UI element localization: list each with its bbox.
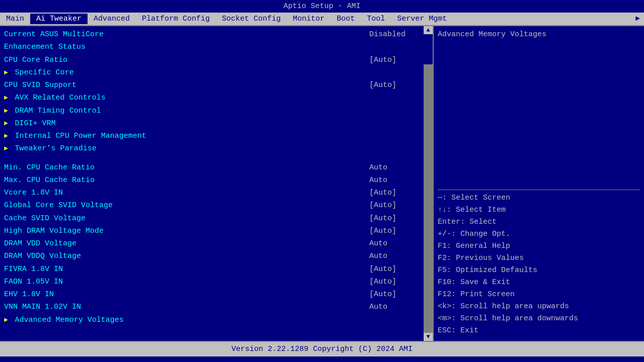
key-help-item: <m>: Scroll help area downwards	[438, 313, 640, 325]
key-desc: Exit	[460, 326, 478, 335]
row-value: Auto	[369, 162, 420, 173]
row-value: Disabled	[369, 29, 420, 40]
key-help-item: F5: Optimized Defaults	[438, 264, 640, 277]
settings-row: DRAM VDD VoltageAuto	[0, 237, 424, 250]
key-help-item: ↔: Select Screen	[438, 192, 640, 204]
row-value: Auto	[369, 301, 420, 313]
settings-row: VNN MAIN 1.02V INAuto	[0, 301, 424, 313]
row-label: ► Advanced Memory Voltages	[4, 314, 420, 326]
row-label: Global Core SVID Voltage	[4, 200, 369, 211]
row-label: FAON 1.05V IN	[4, 276, 369, 288]
settings-row[interactable]: ► Advanced Memory Voltages	[0, 314, 424, 326]
settings-row: CPU SVID Support[Auto]	[0, 79, 424, 92]
settings-row: CPU Core Ratio[Auto]	[0, 54, 424, 66]
menu-item-main[interactable]: Main	[0, 14, 30, 24]
scroll-thumb[interactable]	[424, 34, 433, 64]
key-desc: Select Item	[456, 206, 506, 214]
settings-row[interactable]: ► Internal CPU Power Management	[0, 130, 424, 142]
menu-bar: MainAi TweakerAdvancedPlatform ConfigSoc…	[0, 13, 644, 25]
row-value: Auto	[369, 174, 420, 186]
menu-item-monitor[interactable]: Monitor	[287, 14, 331, 24]
row-label: Current ASUS MultiCore	[4, 29, 369, 40]
key-desc: Change Opt.	[460, 230, 510, 238]
settings-row: High DRAM Voltage Mode[Auto]	[0, 225, 424, 237]
key-help-item: <k>: Scroll help area upwards	[438, 301, 640, 313]
menu-item-ai-tweaker[interactable]: Ai Tweaker	[30, 14, 88, 24]
key-label: F12:	[438, 290, 460, 299]
settings-row: Global Core SVID Voltage[Auto]	[0, 199, 424, 212]
row-value: Auto	[369, 238, 420, 249]
key-help-item: F1: General Help	[438, 240, 640, 252]
expand-arrow-icon: ►	[4, 94, 12, 102]
row-label: ► Tweaker's Paradise	[4, 143, 420, 154]
key-help-item: ESC: Exit	[438, 325, 640, 337]
key-desc: Select Screen	[451, 194, 510, 202]
key-desc: Save & Exit	[460, 278, 510, 287]
scroll-down-arrow[interactable]: ▼	[424, 333, 433, 341]
expand-arrow-icon: ►	[4, 132, 12, 140]
menu-item-tool[interactable]: Tool	[361, 14, 391, 24]
key-label: F5:	[438, 266, 456, 275]
row-label: CPU Core Ratio	[4, 54, 369, 66]
key-label: F1:	[438, 242, 456, 250]
row-label: High DRAM Voltage Mode	[4, 225, 369, 237]
key-desc: Optimized Defaults	[456, 266, 537, 275]
key-label: ↔:	[438, 194, 451, 202]
row-label: ► DRAM Timing Control	[4, 105, 420, 117]
key-desc: General Help	[456, 242, 510, 250]
key-help-item: F2: Previous Values	[438, 252, 640, 264]
settings-row[interactable]: ► Tweaker's Paradise	[0, 142, 424, 155]
key-help-item: F12: Print Screen	[438, 289, 640, 301]
expand-arrow-icon: ►	[4, 120, 12, 127]
menu-item-platform-config[interactable]: Platform Config	[136, 14, 216, 24]
settings-row[interactable]: ► DIGI+ VRM	[0, 117, 424, 130]
settings-row[interactable]: ► Specific Core	[0, 66, 424, 79]
expand-arrow-icon: ►	[4, 145, 12, 152]
key-desc: Scroll help area downwards	[460, 314, 578, 323]
row-label: DRAM VDD Voltage	[4, 238, 369, 249]
footer: Version 2.22.1289 Copyright (C) 2024 AMI	[0, 341, 644, 356]
menu-item-boot[interactable]: Boot	[331, 14, 361, 24]
row-value: [Auto]	[369, 200, 420, 211]
settings-row: Enhancement Status	[0, 41, 424, 53]
key-help-item: ↑↓: Select Item	[438, 204, 640, 216]
title-bar: Aptio Setup - AMI	[0, 0, 644, 13]
menu-more-arrow[interactable]: ►	[631, 14, 644, 24]
settings-row: DRAM VDDQ VoltageAuto	[0, 250, 424, 262]
menu-item-server-mgmt[interactable]: Server Mgmt	[391, 14, 453, 24]
row-label: CPU SVID Support	[4, 79, 369, 91]
row-label: Max. CPU Cache Ratio	[4, 174, 369, 186]
key-label: <m>:	[438, 314, 460, 323]
key-label: +/-:	[438, 230, 460, 238]
footer-text: Version 2.22.1289 Copyright (C) 2024 AMI	[231, 345, 413, 353]
key-label: Enter:	[438, 218, 469, 226]
settings-row[interactable]: ► DRAM Timing Control	[0, 105, 424, 117]
row-label: Min. CPU Cache Ratio	[4, 162, 369, 173]
row-label: Enhancement Status	[4, 41, 420, 53]
settings-row: Min. CPU Cache RatioAuto	[0, 161, 424, 174]
menu-item-socket-config[interactable]: Socket Config	[216, 14, 287, 24]
app-title: Aptio Setup - AMI	[283, 2, 360, 11]
key-desc: Select	[469, 218, 497, 226]
key-help: ↔: Select Screen↑↓: Select ItemEnter: Se…	[438, 192, 640, 337]
menu-item-advanced[interactable]: Advanced	[88, 14, 136, 24]
key-label: ESC:	[438, 326, 460, 335]
row-label: Vcore 1.8V IN	[4, 187, 369, 199]
scroll-up-arrow[interactable]: ▲	[424, 26, 433, 34]
help-title: Advanced Memory Voltages	[438, 30, 640, 39]
settings-row: Current ASUS MultiCoreDisabled	[0, 28, 424, 41]
row-value: [Auto]	[369, 79, 420, 91]
settings-row[interactable]: ► AVX Related Controls	[0, 92, 424, 104]
key-desc: Print Screen	[460, 290, 515, 299]
main-content: Current ASUS MultiCoreDisabledEnhancemen…	[0, 25, 644, 341]
key-label: F10:	[438, 278, 460, 287]
scrollbar[interactable]: ▲ ▼	[424, 26, 433, 341]
row-label: EHV 1.8V IN	[4, 289, 369, 300]
row-label: Cache SVID Voltage	[4, 213, 369, 224]
row-label: ► AVX Related Controls	[4, 92, 420, 104]
row-value: [Auto]	[369, 276, 420, 288]
key-help-item: Enter: Select	[438, 216, 640, 228]
left-panel: Current ASUS MultiCoreDisabledEnhancemen…	[0, 26, 424, 341]
settings-row: Vcore 1.8V IN[Auto]	[0, 187, 424, 199]
divider-line	[438, 190, 640, 190]
